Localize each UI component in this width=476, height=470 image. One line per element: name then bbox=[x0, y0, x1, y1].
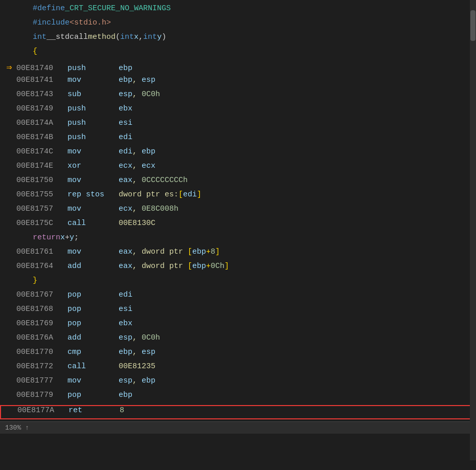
asm-operand: dword ptr es:[edi] bbox=[119, 190, 201, 199]
scrollbar[interactable] bbox=[470, 0, 476, 460]
asm-mnemonic: pop bbox=[67, 290, 119, 299]
line-content: 00E8174Cmovedi, ebp bbox=[16, 147, 472, 156]
zoom-arrow: ↑ bbox=[25, 424, 29, 432]
asm-operand: ecx, 0E8C008h bbox=[119, 205, 178, 213]
asm-operand: 00E81235 bbox=[119, 362, 155, 371]
zoom-level: 130% bbox=[5, 424, 21, 432]
asm-operand: ecx, ecx bbox=[119, 162, 155, 170]
code-line: 00E8174Exorecx, ecx bbox=[0, 162, 476, 176]
line-content: 00E81764addeax, dword ptr [ebp+0Ch] bbox=[16, 262, 472, 271]
asm-mnemonic: mov bbox=[67, 176, 119, 185]
asm-operand: ebp bbox=[119, 391, 132, 399]
code-line: 00E81769popebx bbox=[0, 319, 476, 333]
status-bar: 130% ↑ bbox=[0, 421, 476, 434]
asm-operand: ebx bbox=[119, 319, 132, 328]
asm-address: 00E8174B bbox=[16, 133, 67, 142]
code-line: ⇒00E81740pushebp bbox=[0, 61, 476, 76]
line-content: 00E8175Ccall00E8130C bbox=[16, 219, 472, 228]
code-line: 00E81767popedi bbox=[0, 290, 476, 305]
line-content: 00E8174Bpushedi bbox=[16, 133, 472, 142]
line-content: 00E81761moveax, dword ptr [ebp+8] bbox=[16, 248, 472, 256]
asm-address: 00E81743 bbox=[16, 90, 67, 99]
line-content: 00E81750moveax, 0CCCCCCCCh bbox=[16, 176, 472, 185]
current-line-arrow-icon: ⇒ bbox=[7, 61, 12, 73]
code-line: { bbox=[0, 47, 476, 61]
line-content: 00E81740pushebp bbox=[16, 64, 472, 73]
lines-wrapper: #define _CRT_SECURE_NO_WARNINGS#include … bbox=[0, 4, 476, 419]
line-content: #include <stdio.h> bbox=[16, 18, 472, 27]
asm-mnemonic: call bbox=[67, 362, 119, 371]
line-content: 00E81779popebp bbox=[16, 391, 472, 399]
asm-mnemonic: xor bbox=[67, 162, 119, 170]
asm-address: 00E81770 bbox=[16, 348, 67, 356]
asm-mnemonic: push bbox=[67, 104, 119, 113]
asm-operand: eax, dword ptr [ebp+8] bbox=[119, 248, 220, 256]
asm-address: 00E81741 bbox=[16, 76, 67, 84]
code-line: 00E8175Ccall00E8130C bbox=[0, 219, 476, 233]
asm-mnemonic: push bbox=[67, 133, 119, 142]
code-line: 00E8176Aaddesp, 0C0h bbox=[0, 333, 476, 348]
line-content: int __stdcall method(int x, int y) bbox=[16, 33, 472, 41]
asm-operand: 00E8130C bbox=[119, 219, 155, 228]
line-content: } bbox=[16, 276, 472, 285]
asm-mnemonic: ret bbox=[69, 406, 120, 415]
asm-operand: esp, 0C0h bbox=[119, 333, 160, 342]
code-line: 00E81750moveax, 0CCCCCCCCh bbox=[0, 176, 476, 190]
code-line: } bbox=[0, 276, 476, 290]
asm-operand: eax, 0CCCCCCCCh bbox=[119, 176, 188, 185]
asm-address: 00E81761 bbox=[16, 248, 67, 256]
arrow-cell: ⇒ bbox=[2, 61, 16, 73]
asm-mnemonic: push bbox=[67, 64, 119, 73]
asm-mnemonic: pop bbox=[67, 391, 119, 399]
code-line: 00E81764addeax, dword ptr [ebp+0Ch] bbox=[0, 262, 476, 276]
asm-operand: eax, dword ptr [ebp+0Ch] bbox=[119, 262, 229, 271]
line-content: 00E81741movebp, esp bbox=[16, 76, 472, 84]
code-line: return x + y; bbox=[0, 233, 476, 248]
asm-address: 00E81779 bbox=[16, 391, 67, 399]
asm-mnemonic: add bbox=[67, 333, 119, 342]
code-line: 00E81755rep stosdword ptr es:[edi] bbox=[0, 190, 476, 205]
code-line: 00E81768popesi bbox=[0, 305, 476, 319]
asm-address: 00E81740 bbox=[16, 64, 67, 73]
asm-address: 00E8175C bbox=[16, 219, 67, 228]
code-line: 00E8174Apushesi bbox=[0, 119, 476, 133]
asm-operand: ebp, esp bbox=[119, 348, 155, 356]
asm-address: 00E8176A bbox=[16, 333, 67, 342]
line-content: { bbox=[16, 47, 472, 56]
asm-mnemonic: mov bbox=[67, 248, 119, 256]
asm-address: 00E8174C bbox=[16, 147, 67, 156]
asm-mnemonic: mov bbox=[67, 147, 119, 156]
asm-operand: ebp bbox=[119, 64, 132, 73]
asm-operand: esi bbox=[119, 119, 132, 127]
asm-mnemonic: push bbox=[67, 119, 119, 127]
asm-mnemonic: mov bbox=[67, 205, 119, 213]
asm-operand: esp, ebp bbox=[119, 376, 155, 385]
code-container: #define _CRT_SECURE_NO_WARNINGS#include … bbox=[0, 0, 476, 460]
asm-operand: edi bbox=[119, 133, 132, 142]
asm-operand: esp, 0C0h bbox=[119, 90, 160, 99]
asm-address: 00E81767 bbox=[16, 290, 67, 299]
line-content: return x + y; bbox=[16, 233, 472, 242]
line-content: 00E8176Aaddesp, 0C0h bbox=[16, 333, 472, 342]
code-line: int __stdcall method(int x, int y) bbox=[0, 33, 476, 47]
asm-address: 00E81772 bbox=[16, 362, 67, 371]
code-line: 00E81761moveax, dword ptr [ebp+8] bbox=[0, 248, 476, 262]
code-line: 00E8174Bpushedi bbox=[0, 133, 476, 147]
asm-address: 00E8174A bbox=[16, 119, 67, 127]
asm-mnemonic: sub bbox=[67, 90, 119, 99]
asm-address: 00E8177A bbox=[17, 406, 69, 415]
code-line: 00E81743subesp, 0C0h bbox=[0, 90, 476, 104]
line-content: 00E8177Aret8 bbox=[17, 406, 471, 415]
line-content: 00E81767popedi bbox=[16, 290, 472, 299]
asm-mnemonic: call bbox=[67, 219, 119, 228]
asm-mnemonic: add bbox=[67, 262, 119, 271]
code-line: 00E81770cmpebp, esp bbox=[0, 348, 476, 362]
scrollbar-thumb[interactable] bbox=[470, 10, 475, 41]
line-content: 00E81749pushebx bbox=[16, 104, 472, 113]
line-content: 00E81755rep stosdword ptr es:[edi] bbox=[16, 190, 472, 199]
line-content: 00E81743subesp, 0C0h bbox=[16, 90, 472, 99]
line-content: #define _CRT_SECURE_NO_WARNINGS bbox=[16, 4, 472, 13]
line-content: 00E81769popebx bbox=[16, 319, 472, 328]
line-content: 00E81768popesi bbox=[16, 305, 472, 314]
asm-operand: 8 bbox=[120, 406, 124, 415]
